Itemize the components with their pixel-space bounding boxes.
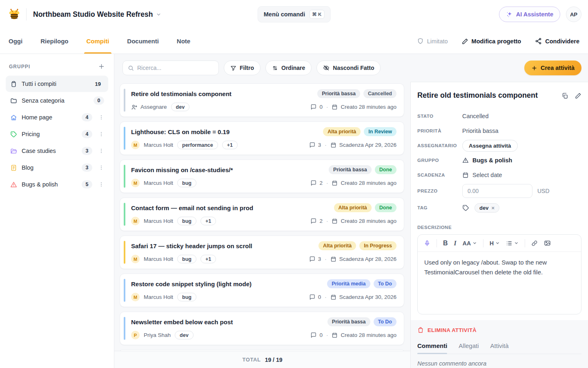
plus-icon — [531, 65, 537, 71]
priority-badge: Priorità bassa — [317, 89, 360, 98]
task-title: Retire old testimonials component — [131, 90, 232, 97]
tab-attivita[interactable]: Attività — [490, 342, 509, 354]
document-icon — [10, 164, 17, 171]
status-badge: To Do — [374, 279, 396, 288]
task-tag-overflow: +1 — [222, 141, 238, 149]
group-count: 0 — [94, 96, 104, 105]
sort-button[interactable]: Ordinare — [265, 61, 312, 75]
tab-allegati[interactable]: Allegati — [459, 342, 479, 354]
microphone-icon[interactable] — [424, 240, 430, 247]
search-box[interactable] — [122, 61, 219, 75]
task-card[interactable]: Retire old testimonials component Priori… — [120, 83, 404, 117]
sidebar-item-case-studies[interactable]: Case studies 3 — [6, 143, 108, 159]
group-menu-button[interactable] — [98, 148, 104, 154]
project-title-menu[interactable]: Northbeam Studio Website Refresh — [33, 10, 161, 19]
italic-button[interactable]: I — [454, 240, 457, 247]
command-menu-button[interactable]: Menù comandi ⌘ K — [258, 6, 331, 22]
sidebar-item-tutti-i-compiti[interactable]: Tutti i compiti 19 — [6, 76, 108, 92]
assignee-avatar: P — [131, 331, 140, 339]
field-label: TAG — [417, 205, 462, 210]
limited-access-indicator[interactable]: Limitato — [417, 38, 448, 45]
task-list: Retire old testimonials component Priori… — [114, 82, 410, 368]
task-card[interactable]: Contact form — email not sending in prod… — [120, 197, 404, 231]
calendar-icon — [330, 256, 336, 262]
tab-oggi[interactable]: Oggi — [9, 29, 22, 54]
create-task-button[interactable]: Crea attività — [524, 61, 581, 75]
detail-title: Retire old testimonials component — [417, 91, 538, 100]
empty-comments-message: Nessun commento ancora — [417, 360, 581, 367]
assignee-avatar: M — [131, 255, 140, 263]
edit-title-icon[interactable] — [575, 92, 581, 99]
sidebar-item-blog[interactable]: Blog 3 — [6, 159, 108, 176]
delete-task-button[interactable]: ELIMINA ATTIVITÀ — [417, 327, 581, 333]
task-card[interactable]: Lighthouse: CLS on mobile = 0.19 Alta pr… — [120, 121, 404, 155]
tab-note[interactable]: Note — [177, 29, 190, 54]
description-text[interactable]: Used only on legacy /about. Swap to the … — [418, 252, 581, 314]
ai-assistant-button[interactable]: AI Assistente — [499, 7, 560, 22]
group-menu-button[interactable] — [98, 182, 104, 187]
group-menu-button[interactable] — [98, 114, 104, 120]
copy-icon[interactable] — [561, 92, 568, 99]
edit-project-button[interactable]: Modifica progetto — [462, 38, 521, 45]
dot-separator: · — [326, 104, 328, 110]
status-accent-bar — [124, 203, 125, 226]
tag-chip-removable[interactable]: dev × — [474, 203, 499, 213]
dot-separator: · — [326, 180, 328, 186]
share-button[interactable]: Condividere — [535, 38, 579, 45]
sidebar-item-home-page[interactable]: Home page 4 — [6, 109, 108, 126]
delete-task-label: ELIMINA ATTIVITÀ — [428, 327, 477, 333]
sidebar-item-bugs-polish[interactable]: Bugs & polish 5 — [6, 176, 108, 193]
task-tag-overflow: +1 — [200, 255, 216, 263]
field-priority: PRIORITÀ Priorità bassa — [417, 123, 581, 138]
calendar-icon — [332, 332, 338, 338]
due-date-picker[interactable]: Select date — [462, 172, 502, 178]
status-badge: Done — [375, 165, 396, 174]
group-count: 5 — [82, 180, 92, 188]
task-card[interactable]: Favicon missing on /case-studies/* Prior… — [120, 159, 404, 193]
price-input[interactable] — [462, 184, 532, 198]
link-icon[interactable] — [531, 240, 538, 247]
tab-compiti[interactable]: Compiti — [87, 29, 109, 54]
assign-task-button[interactable]: Assegna attività — [462, 140, 518, 152]
status-value[interactable]: Cancelled — [462, 113, 489, 119]
search-input[interactable] — [137, 65, 214, 71]
hide-done-button[interactable]: Nascondi Fatto — [316, 61, 381, 75]
priority-value[interactable]: Priorità bassa — [462, 128, 499, 134]
sidebar-item-label: Tutti i compiti — [22, 81, 56, 87]
image-icon[interactable] — [544, 240, 551, 247]
priority-badge: Priorità bassa — [327, 317, 370, 326]
dot-separator: · — [325, 294, 327, 300]
shield-icon — [417, 38, 424, 45]
tab-documenti[interactable]: Documenti — [127, 29, 159, 54]
assign-button[interactable]: Assegnare — [131, 104, 167, 110]
add-group-button[interactable] — [98, 63, 105, 70]
sort-label: Ordinare — [281, 65, 305, 71]
group-value[interactable]: Bugs & polish — [462, 157, 512, 164]
tab-riepilogo[interactable]: Riepilogo — [40, 29, 68, 54]
task-card[interactable]: Newsletter embed below each post Priorit… — [120, 312, 404, 345]
task-card[interactable]: Safari 17 — sticky header jumps on scrol… — [120, 236, 404, 269]
list-button[interactable] — [506, 240, 519, 247]
total-label: TOTAL — [243, 357, 261, 363]
priority-badge: Alta priorità — [318, 241, 356, 250]
status-accent-bar — [124, 241, 125, 264]
filter-button[interactable]: Filtro — [224, 61, 261, 75]
task-tag: bug — [177, 255, 196, 263]
remove-tag-icon[interactable]: × — [491, 205, 494, 211]
group-menu-button[interactable] — [98, 131, 104, 137]
tab-commenti[interactable]: Commenti — [417, 342, 447, 354]
group-menu-button[interactable] — [98, 165, 104, 171]
status-accent-bar — [124, 165, 125, 188]
sidebar-item-senza-categoria[interactable]: Senza categoria 0 — [6, 92, 108, 109]
sparkles-icon — [506, 11, 513, 18]
field-label: PREZZO — [417, 188, 462, 193]
field-status: STATO Cancelled — [417, 109, 581, 123]
sidebar-item-pricing[interactable]: Pricing 4 — [6, 126, 108, 142]
task-card[interactable]: Restore code snippet styling (light mode… — [120, 274, 404, 307]
heading-button[interactable]: H — [490, 240, 500, 247]
bold-button[interactable]: B — [443, 240, 448, 247]
sort-arrows-icon — [272, 65, 278, 71]
font-size-button[interactable]: AA — [463, 240, 477, 247]
user-avatar[interactable]: AP — [566, 7, 581, 22]
home-icon — [10, 114, 17, 121]
